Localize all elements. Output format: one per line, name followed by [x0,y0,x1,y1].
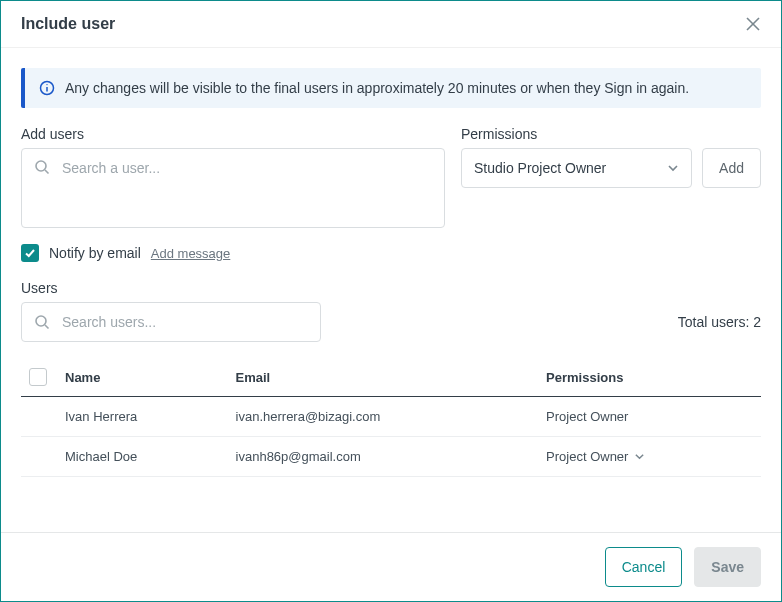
info-banner: Any changes will be visible to the final… [21,68,761,108]
chevron-down-icon [634,451,645,462]
modal-body: Any changes will be visible to the final… [1,48,781,532]
user-email: ivan.herrera@bizagi.com [228,397,539,437]
user-permission-select[interactable]: Project Owner [546,449,753,464]
permissions-selected-value: Studio Project Owner [474,160,606,176]
add-button[interactable]: Add [702,148,761,188]
svg-point-7 [36,316,46,326]
user-permission-label: Project Owner [546,449,628,464]
users-table: Name Email Permissions Ivan Herrera ivan… [21,358,761,477]
info-icon [39,80,55,96]
column-permissions: Permissions [538,358,761,397]
user-email: ivanh86p@gmail.com [228,437,539,477]
permissions-label: Permissions [461,126,692,142]
users-search-box[interactable] [21,302,321,342]
svg-point-5 [36,161,46,171]
table-row: Michael Doe ivanh86p@gmail.com Project O… [21,437,761,477]
close-icon [745,16,761,32]
search-icon [34,314,50,330]
column-name: Name [57,358,228,397]
close-button[interactable] [745,16,761,32]
modal-footer: Cancel Save [1,532,781,601]
table-row: Ivan Herrera ivan.herrera@bizagi.com Pro… [21,397,761,437]
include-user-modal: Include user Any changes will be visible… [0,0,782,602]
svg-line-8 [45,325,49,329]
permissions-select[interactable]: Studio Project Owner [461,148,692,188]
user-permission: Project Owner [546,409,753,424]
user-permission-label: Project Owner [546,409,628,424]
chevron-down-icon [667,162,679,174]
check-icon [24,247,36,259]
save-button[interactable]: Save [694,547,761,587]
add-users-search-box[interactable] [21,148,445,228]
notify-checkbox[interactable] [21,244,39,262]
add-users-label: Add users [21,126,445,142]
user-name: Ivan Herrera [57,397,228,437]
svg-line-6 [45,170,49,174]
select-all-checkbox[interactable] [29,368,47,386]
modal-header: Include user [1,1,781,48]
column-email: Email [228,358,539,397]
users-label: Users [21,280,761,296]
total-users: Total users: 2 [678,314,761,330]
modal-title: Include user [21,15,115,33]
svg-point-4 [46,84,47,85]
info-text: Any changes will be visible to the final… [65,80,689,96]
search-icon [34,159,50,175]
add-users-input[interactable] [60,159,432,177]
notify-label: Notify by email [49,245,141,261]
users-search-input[interactable] [60,313,308,331]
cancel-button[interactable]: Cancel [605,547,683,587]
user-name: Michael Doe [57,437,228,477]
add-message-link[interactable]: Add message [151,246,231,261]
